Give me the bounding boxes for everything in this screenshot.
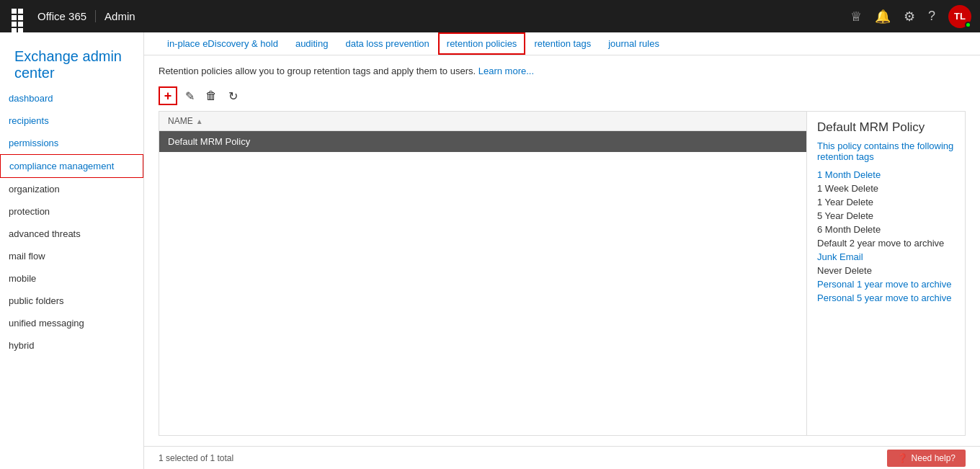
detail-title: Default MRM Policy	[807, 112, 965, 140]
tag-personal-5year: Personal 5 year move to archive	[817, 291, 955, 305]
tab-retention-tags[interactable]: retention tags	[525, 32, 600, 55]
top-navigation-bar: Office 365 Admin ♕ 🔔 ⚙ ? TL	[0, 0, 980, 32]
detail-subtitle: This policy contains the following reten…	[817, 140, 955, 162]
sort-arrow-icon: ▲	[196, 117, 203, 125]
tag-5-year-delete: 5 Year Delete	[817, 209, 955, 223]
tag-1-year-delete: 1 Year Delete	[817, 195, 955, 209]
sidebar-item-protection[interactable]: protection	[0, 200, 143, 223]
info-text: Retention policies allow you to group re…	[159, 66, 966, 76]
content-area: Retention policies allow you to group re…	[144, 55, 980, 446]
detail-scrollable[interactable]: This policy contains the following reten…	[807, 140, 965, 435]
gear-icon[interactable]: ⚙	[904, 9, 915, 24]
sidebar-item-mobile[interactable]: mobile	[0, 267, 143, 290]
row-name: Default MRM Policy	[168, 136, 250, 147]
office365-label: Office 365	[37, 10, 96, 22]
status-bar: 1 selected of 1 total ❓ Need help?	[144, 446, 980, 469]
page-title: Exchange admin center	[0, 40, 143, 87]
table-area: NAME ▲ Default MRM Policy Default MRM Po…	[159, 111, 966, 436]
waffle-icon[interactable]	[9, 6, 30, 27]
avatar[interactable]: TL	[948, 5, 971, 28]
need-help-button[interactable]: ❓ Need help?	[887, 450, 966, 467]
sidebar-item-mail-flow[interactable]: mail flow	[0, 245, 143, 267]
sidebar-item-public-folders[interactable]: public folders	[0, 290, 143, 312]
skype-icon[interactable]: ♕	[850, 9, 862, 24]
need-help-label: Need help?	[912, 453, 956, 463]
tag-junk-email: Junk Email	[817, 250, 955, 264]
admin-label: Admin	[96, 10, 850, 22]
sidebar: Exchange admin center dashboard recipien…	[0, 32, 144, 469]
column-name-label: NAME	[168, 116, 193, 126]
top-bar-icons: ♕ 🔔 ⚙ ? TL	[850, 5, 971, 28]
selection-status: 1 selected of 1 total	[159, 453, 233, 463]
main-content: in-place eDiscovery & hold auditing data…	[144, 32, 980, 469]
sidebar-item-permissions[interactable]: permissions	[0, 132, 143, 154]
refresh-button[interactable]: ↻	[223, 86, 242, 105]
delete-button[interactable]: 🗑	[202, 86, 220, 105]
tab-auditing[interactable]: auditing	[287, 32, 337, 55]
sidebar-item-unified-messaging[interactable]: unified messaging	[0, 312, 143, 334]
sidebar-item-recipients[interactable]: recipients	[0, 110, 143, 132]
sidebar-item-hybrid[interactable]: hybrid	[0, 334, 143, 357]
tag-1-week-delete: 1 Week Delete	[817, 182, 955, 195]
table-header: NAME ▲	[159, 112, 806, 131]
help-icon[interactable]: ?	[928, 9, 935, 24]
tab-retention-policies[interactable]: retention policies	[438, 32, 526, 55]
bell-icon[interactable]: 🔔	[875, 9, 891, 24]
add-button[interactable]: +	[159, 86, 177, 105]
online-status-dot	[965, 22, 971, 28]
tag-personal-1year: Personal 1 year move to archive	[817, 277, 955, 291]
toolbar: + ✎ 🗑 ↻	[159, 86, 966, 105]
table-row[interactable]: Default MRM Policy	[159, 131, 806, 152]
sidebar-item-dashboard[interactable]: dashboard	[0, 87, 143, 110]
sidebar-item-advanced-threats[interactable]: advanced threats	[0, 223, 143, 245]
tab-bar: in-place eDiscovery & hold auditing data…	[144, 32, 980, 55]
tag-1-month-delete: 1 Month Delete	[817, 168, 955, 182]
help-circle-icon: ❓	[897, 453, 908, 463]
detail-panel: Default MRM Policy This policy contains …	[807, 111, 966, 436]
sidebar-item-organization[interactable]: organization	[0, 178, 143, 200]
tag-default-2year: Default 2 year move to archive	[817, 236, 955, 250]
page-wrapper: Exchange admin center dashboard recipien…	[0, 32, 980, 469]
tag-never-delete: Never Delete	[817, 264, 955, 277]
tab-in-place-ediscovery[interactable]: in-place eDiscovery & hold	[159, 32, 287, 55]
list-panel: NAME ▲ Default MRM Policy	[159, 111, 807, 436]
sidebar-item-compliance-management[interactable]: compliance management	[0, 154, 143, 178]
learn-more-link[interactable]: Learn more...	[478, 66, 534, 76]
tag-6-month-delete: 6 Month Delete	[817, 223, 955, 236]
tab-journal-rules[interactable]: journal rules	[600, 32, 668, 55]
edit-button[interactable]: ✎	[180, 86, 199, 105]
tab-data-loss-prevention[interactable]: data loss prevention	[337, 32, 437, 55]
avatar-initials: TL	[954, 11, 966, 22]
